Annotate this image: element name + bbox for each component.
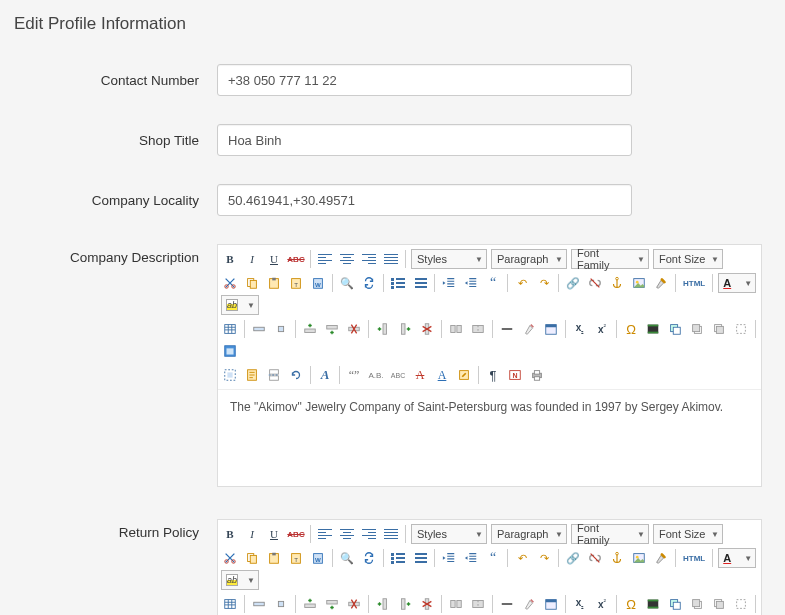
align-justify-button[interactable] bbox=[381, 524, 401, 544]
anchor-button[interactable] bbox=[607, 273, 627, 293]
font-size-dropdown[interactable]: Font Size▼ bbox=[653, 524, 723, 544]
blockquote-button[interactable]: “ bbox=[483, 273, 503, 293]
special-char-button[interactable]: Ω bbox=[621, 594, 641, 614]
italic-button[interactable]: I bbox=[242, 249, 262, 269]
bullet-list-button[interactable] bbox=[388, 548, 408, 568]
layer-button[interactable] bbox=[665, 594, 685, 614]
paste-word-button[interactable]: W bbox=[308, 548, 328, 568]
layer-button[interactable] bbox=[665, 319, 685, 339]
row-props-button[interactable] bbox=[249, 594, 269, 614]
media-button[interactable] bbox=[643, 319, 663, 339]
numbered-list-button[interactable] bbox=[410, 273, 430, 293]
undo-button[interactable]: ↶ bbox=[512, 273, 532, 293]
text-color-dropdown[interactable]: A▼ bbox=[718, 548, 756, 568]
date-button[interactable] bbox=[541, 594, 561, 614]
ins-button[interactable]: A bbox=[432, 365, 452, 385]
find-button[interactable]: 🔍 bbox=[337, 273, 357, 293]
nbsp-button[interactable]: N bbox=[505, 365, 525, 385]
align-right-button[interactable] bbox=[359, 249, 379, 269]
delete-col-button[interactable] bbox=[417, 319, 437, 339]
abbr-button[interactable]: A.B. bbox=[366, 365, 386, 385]
paste-text-button[interactable]: T bbox=[286, 548, 306, 568]
merge-cells-button[interactable] bbox=[468, 319, 488, 339]
strikethrough-button[interactable]: ABC bbox=[286, 249, 306, 269]
paragraph-dropdown[interactable]: Paragraph▼ bbox=[491, 249, 567, 269]
hr-button[interactable] bbox=[497, 319, 517, 339]
insert-row-after-button[interactable] bbox=[322, 594, 342, 614]
align-justify-button[interactable] bbox=[381, 249, 401, 269]
move-backward-button[interactable] bbox=[709, 594, 729, 614]
move-forward-button[interactable] bbox=[687, 594, 707, 614]
cleanup-button[interactable] bbox=[651, 273, 671, 293]
redo-button[interactable]: ↷ bbox=[534, 273, 554, 293]
absolute-button[interactable] bbox=[731, 319, 751, 339]
print-button[interactable] bbox=[527, 365, 547, 385]
styles-dropdown[interactable]: Styles▼ bbox=[411, 249, 487, 269]
html-button[interactable]: HTML bbox=[680, 548, 708, 568]
underline-button[interactable]: U bbox=[264, 524, 284, 544]
highlight-color-dropdown[interactable]: ab▼ bbox=[221, 295, 259, 315]
superscript-button[interactable]: x² bbox=[592, 594, 612, 614]
indent-button[interactable] bbox=[461, 548, 481, 568]
bold-button[interactable]: B bbox=[220, 249, 240, 269]
paste-text-button[interactable]: T bbox=[286, 273, 306, 293]
unlink-button[interactable] bbox=[585, 273, 605, 293]
editor-body-company-description[interactable]: The "Akimov" Jewelry Company of Saint-Pe… bbox=[218, 390, 761, 486]
font-family-dropdown[interactable]: Font Family▼ bbox=[571, 524, 649, 544]
paragraph-dropdown[interactable]: Paragraph▼ bbox=[491, 524, 567, 544]
cleanup-button[interactable] bbox=[651, 548, 671, 568]
align-center-button[interactable] bbox=[337, 524, 357, 544]
split-cells-button[interactable] bbox=[446, 319, 466, 339]
input-contact-number[interactable] bbox=[217, 64, 632, 96]
font-size-dropdown[interactable]: Font Size▼ bbox=[653, 249, 723, 269]
link-button[interactable]: 🔗 bbox=[563, 548, 583, 568]
anchor-button[interactable] bbox=[607, 548, 627, 568]
strikethrough-button[interactable]: ABC bbox=[286, 524, 306, 544]
highlight-color-dropdown[interactable]: ab▼ bbox=[221, 570, 259, 590]
move-forward-button[interactable] bbox=[687, 319, 707, 339]
show-blocks-button[interactable]: ¶ bbox=[483, 365, 503, 385]
font-family-dropdown[interactable]: Font Family▼ bbox=[571, 249, 649, 269]
replace-button[interactable] bbox=[359, 548, 379, 568]
merge-cells-button[interactable] bbox=[468, 594, 488, 614]
fullscreen-button[interactable] bbox=[220, 341, 240, 361]
row-props-button[interactable] bbox=[249, 319, 269, 339]
cite-button[interactable]: “” bbox=[344, 365, 364, 385]
indent-button[interactable] bbox=[461, 273, 481, 293]
bullet-list-button[interactable] bbox=[388, 273, 408, 293]
absolute-button[interactable] bbox=[731, 594, 751, 614]
insert-col-before-button[interactable] bbox=[373, 594, 393, 614]
insert-col-after-button[interactable] bbox=[395, 594, 415, 614]
input-company-locality[interactable] bbox=[217, 184, 632, 216]
special-char-button[interactable]: Ω bbox=[621, 319, 641, 339]
remove-format-button[interactable] bbox=[519, 594, 539, 614]
input-shop-title[interactable] bbox=[217, 124, 632, 156]
restore-button[interactable] bbox=[286, 365, 306, 385]
paste-button[interactable] bbox=[264, 273, 284, 293]
hr-button[interactable] bbox=[497, 594, 517, 614]
template-button[interactable] bbox=[242, 365, 262, 385]
delete-col-button[interactable] bbox=[417, 594, 437, 614]
align-right-button[interactable] bbox=[359, 524, 379, 544]
redo-button[interactable]: ↷ bbox=[534, 548, 554, 568]
styles-dropdown[interactable]: Styles▼ bbox=[411, 524, 487, 544]
numbered-list-button[interactable] bbox=[410, 548, 430, 568]
insert-col-after-button[interactable] bbox=[395, 319, 415, 339]
outdent-button[interactable] bbox=[439, 273, 459, 293]
delete-row-button[interactable] bbox=[344, 594, 364, 614]
move-backward-button[interactable] bbox=[709, 319, 729, 339]
cut-button[interactable] bbox=[220, 273, 240, 293]
superscript-button[interactable]: x² bbox=[592, 319, 612, 339]
align-center-button[interactable] bbox=[337, 249, 357, 269]
table-button[interactable] bbox=[220, 319, 240, 339]
date-button[interactable] bbox=[541, 319, 561, 339]
unlink-button[interactable] bbox=[585, 548, 605, 568]
acronym-button[interactable]: ABC bbox=[388, 365, 408, 385]
insert-row-before-button[interactable] bbox=[300, 319, 320, 339]
insert-row-before-button[interactable] bbox=[300, 594, 320, 614]
align-left-button[interactable] bbox=[315, 249, 335, 269]
insert-row-after-button[interactable] bbox=[322, 319, 342, 339]
split-cells-button[interactable] bbox=[446, 594, 466, 614]
blockquote-button[interactable]: “ bbox=[483, 548, 503, 568]
text-color-dropdown[interactable]: A▼ bbox=[718, 273, 756, 293]
